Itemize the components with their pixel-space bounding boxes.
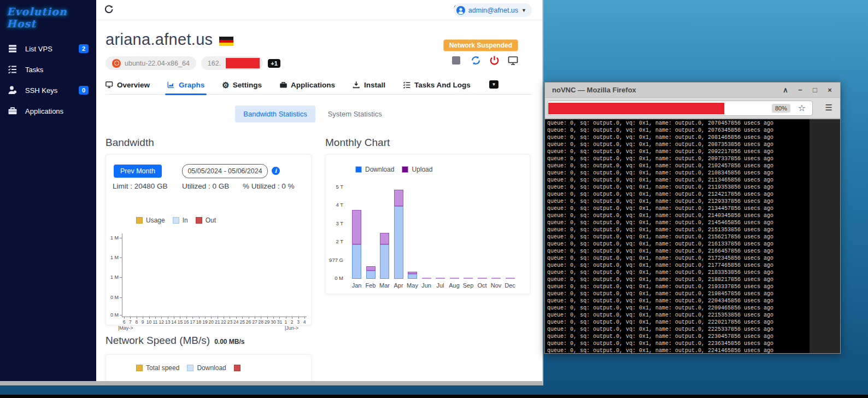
x-tick-label: 14 xyxy=(171,319,176,325)
x-tick-label: 24 xyxy=(233,319,238,325)
bandwidth-heading: Bandwidth xyxy=(105,137,154,149)
x-tick-label: 2 xyxy=(291,319,294,325)
bar-zero xyxy=(464,278,473,279)
x-category-label: Nov xyxy=(491,282,502,289)
console-button[interactable] xyxy=(508,55,518,66)
x-tick-label: 19 xyxy=(202,319,207,325)
status-badge: Network Suspended xyxy=(443,39,518,51)
tab-label: Overview xyxy=(117,81,150,89)
maximize-button[interactable]: □ xyxy=(811,86,819,94)
x-category-label: Jun xyxy=(421,282,431,289)
close-button[interactable]: × xyxy=(826,86,834,94)
x-tick-label: 8 xyxy=(135,319,138,325)
bar-segment-download xyxy=(366,271,376,279)
netspeed-card: Total speedDownload xyxy=(105,354,312,381)
sidebar-item-applications[interactable]: Applications xyxy=(0,101,96,121)
x-tick xyxy=(186,317,187,319)
netspeed-value: 0.00 MB/s xyxy=(214,338,244,346)
x-tick-label: 21 xyxy=(215,319,220,325)
power-button[interactable] xyxy=(489,55,500,66)
month-annotation-jun: |Jun-> xyxy=(285,325,298,331)
account-menu[interactable]: admin@afnet.us ▼ xyxy=(454,3,532,17)
y-tick xyxy=(120,277,122,278)
vps-actions xyxy=(452,55,518,66)
subtab-system-statistics[interactable]: System Statistics xyxy=(320,106,390,122)
y-tick xyxy=(120,238,122,238)
tab-overview[interactable]: Overview xyxy=(105,81,150,94)
desktop-background: Evolution Host List VPS2TasksSSH Keys0Ap… xyxy=(0,0,868,398)
tab-graphs[interactable]: Graphs xyxy=(167,81,204,94)
legend-label: Total speed xyxy=(146,364,179,372)
x-tick-label: 31 xyxy=(277,319,282,325)
ip-redaction xyxy=(226,58,260,68)
x-category-label: Apr xyxy=(394,282,403,289)
x-tick xyxy=(199,317,200,319)
legend-label: Download xyxy=(197,364,226,372)
minimize-button[interactable]: − xyxy=(796,86,804,94)
os-badge: ubuntu-22.04-x86_64 xyxy=(105,56,196,70)
novnc-terminal[interactable]: queue: 0, sq: output.0, vq: 0x1, name: o… xyxy=(545,119,840,353)
firefox-titlebar[interactable]: noVNC — Mozilla Firefox ∧ − □ × xyxy=(545,83,840,98)
y-tick xyxy=(120,257,122,258)
x-tick xyxy=(298,317,299,319)
monitor-icon xyxy=(105,81,114,89)
y-tick-label: 0 M xyxy=(110,295,119,300)
y-tick-label: 0 M xyxy=(335,275,343,281)
tab-bar: OverviewGraphs⚙SettingsApplicationsInsta… xyxy=(105,79,532,95)
monthly-chart-card: DownloadUpload 5 T4 T3 T2 T977 G0 MJanFe… xyxy=(325,154,530,294)
refresh-icon[interactable] xyxy=(104,4,114,14)
legend-swatch xyxy=(187,365,193,371)
x-axis xyxy=(122,317,307,317)
x-tick xyxy=(155,317,156,319)
netspeed-legend-item: Total speed xyxy=(136,364,179,372)
x-tick-label: 18 xyxy=(196,319,201,325)
tab-applications[interactable]: Applications xyxy=(279,81,335,94)
tab-overflow-button[interactable]: ▼ xyxy=(489,80,498,89)
x-category-label: Feb xyxy=(366,282,376,289)
sidebar-badge: 0 xyxy=(79,86,89,95)
x-tick xyxy=(149,317,150,319)
sidebar-item-tasks[interactable]: Tasks xyxy=(0,59,96,80)
ip-badge: 162. xyxy=(201,56,263,70)
stop-button[interactable] xyxy=(452,55,462,66)
tab-tasks-and-logs[interactable]: Tasks And Logs xyxy=(403,81,471,94)
y-tick-label: 1 M xyxy=(110,255,119,260)
tab-install[interactable]: Install xyxy=(353,81,385,94)
x-tick xyxy=(174,317,174,319)
sidebar-item-list-vps[interactable]: List VPS2 xyxy=(0,38,96,59)
x-tick xyxy=(255,317,255,319)
user-key-icon xyxy=(8,85,17,95)
x-tick xyxy=(273,317,274,319)
x-category-label: Jul xyxy=(436,282,444,289)
ubuntu-icon xyxy=(112,59,121,68)
server-icon xyxy=(8,44,17,54)
restart-button[interactable] xyxy=(471,55,481,66)
control-panel-window: Evolution Host List VPS2TasksSSH Keys0Ap… xyxy=(0,0,543,385)
sidebar-item-ssh-keys[interactable]: SSH Keys0 xyxy=(0,80,96,101)
bookmark-star-icon[interactable]: ☆ xyxy=(798,103,806,113)
shade-button[interactable]: ∧ xyxy=(782,86,789,94)
tab-settings[interactable]: ⚙Settings xyxy=(222,81,262,94)
menu-icon[interactable]: ☰ xyxy=(825,103,832,113)
zoom-level-badge[interactable]: 80% xyxy=(772,104,790,113)
monthly-chart: 5 T4 T3 T2 T977 G0 MJanFebMarAprMayJunJu… xyxy=(326,155,530,294)
subtab-bar: Bandwidth StatisticsSystem Statistics xyxy=(96,106,529,122)
terminal-output: queue: 0, sq: output.0, vq: 0x1, name: o… xyxy=(547,120,773,353)
more-ips-badge[interactable]: +1 xyxy=(268,59,280,68)
terminal-side-panel xyxy=(810,119,840,353)
tab-label: Settings xyxy=(233,81,262,89)
bottom-bar xyxy=(0,395,868,398)
chevron-down-icon: ▼ xyxy=(521,8,526,13)
x-category-label: Sep xyxy=(463,282,474,289)
subtab-bandwidth-statistics[interactable]: Bandwidth Statistics xyxy=(235,106,315,122)
url-bar[interactable]: 80% ☆ xyxy=(547,101,813,116)
window-title: noVNC — Mozilla Firefox xyxy=(552,86,636,94)
bandwidth-card: Prev Month i Limit : 20480 GB Utilized :… xyxy=(105,154,312,325)
netspeed-legend-item: Download xyxy=(187,364,226,372)
x-tick-label: 15 xyxy=(178,319,183,325)
x-tick xyxy=(168,317,168,319)
briefcase-icon xyxy=(8,106,17,116)
sidebar: Evolution Host List VPS2TasksSSH Keys0Ap… xyxy=(0,0,96,381)
gear-icon: ⚙ xyxy=(222,81,229,89)
x-tick-label: 7 xyxy=(129,319,132,325)
